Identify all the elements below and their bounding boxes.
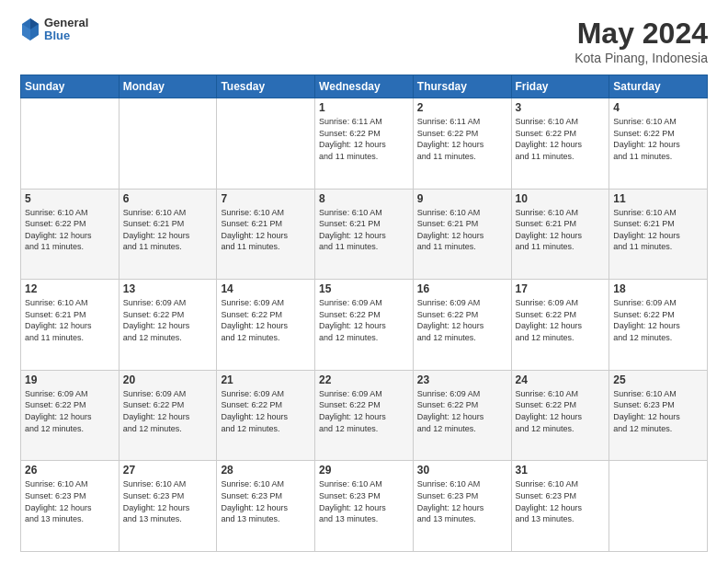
day-number: 2 (417, 101, 507, 114)
calendar-cell: 20Sunrise: 6:09 AM Sunset: 6:22 PM Dayli… (119, 370, 217, 461)
day-info: Sunrise: 6:10 AM Sunset: 6:23 PM Dayligh… (417, 478, 507, 524)
calendar-cell: 2Sunrise: 6:11 AM Sunset: 6:22 PM Daylig… (413, 98, 511, 190)
day-info: Sunrise: 6:09 AM Sunset: 6:22 PM Dayligh… (25, 388, 115, 434)
day-number: 4 (613, 101, 703, 114)
day-number: 7 (221, 192, 311, 205)
calendar-day-header: Sunday (21, 75, 119, 98)
calendar-cell: 4Sunrise: 6:10 AM Sunset: 6:22 PM Daylig… (609, 98, 708, 190)
day-info: Sunrise: 6:10 AM Sunset: 6:23 PM Dayligh… (319, 478, 409, 524)
calendar-header-row: SundayMondayTuesdayWednesdayThursdayFrid… (21, 75, 708, 98)
calendar-cell: 30Sunrise: 6:10 AM Sunset: 6:23 PM Dayli… (413, 461, 511, 552)
calendar-cell: 21Sunrise: 6:09 AM Sunset: 6:22 PM Dayli… (217, 370, 315, 461)
day-number: 12 (25, 282, 115, 295)
day-number: 28 (221, 464, 311, 477)
day-info: Sunrise: 6:10 AM Sunset: 6:21 PM Dayligh… (123, 207, 213, 253)
day-info: Sunrise: 6:10 AM Sunset: 6:23 PM Dayligh… (516, 478, 606, 524)
calendar-cell: 18Sunrise: 6:09 AM Sunset: 6:22 PM Dayli… (609, 280, 708, 371)
calendar-cell: 10Sunrise: 6:10 AM Sunset: 6:21 PM Dayli… (511, 189, 609, 280)
day-info: Sunrise: 6:09 AM Sunset: 6:22 PM Dayligh… (417, 388, 507, 434)
day-info: Sunrise: 6:09 AM Sunset: 6:22 PM Dayligh… (221, 297, 311, 343)
day-info: Sunrise: 6:10 AM Sunset: 6:22 PM Dayligh… (516, 388, 606, 434)
title-block: May 2024 Kota Pinang, Indonesia (574, 17, 708, 65)
day-number: 10 (516, 192, 606, 205)
day-number: 27 (123, 464, 213, 477)
day-number: 3 (516, 101, 606, 114)
logo-blue: Blue (44, 29, 88, 42)
calendar-cell: 27Sunrise: 6:10 AM Sunset: 6:23 PM Dayli… (119, 461, 217, 552)
day-number: 31 (516, 464, 606, 477)
calendar-cell: 23Sunrise: 6:09 AM Sunset: 6:22 PM Dayli… (413, 370, 511, 461)
day-info: Sunrise: 6:10 AM Sunset: 6:21 PM Dayligh… (516, 207, 606, 253)
logo: General Blue (20, 17, 88, 43)
calendar-cell (119, 98, 217, 190)
calendar-cell: 28Sunrise: 6:10 AM Sunset: 6:23 PM Dayli… (217, 461, 315, 552)
page: General Blue May 2024 Kota Pinang, Indon… (0, 0, 728, 563)
day-number: 24 (516, 373, 606, 386)
day-number: 5 (25, 192, 115, 205)
subtitle: Kota Pinang, Indonesia (574, 51, 708, 65)
calendar-cell (217, 98, 315, 190)
calendar-week-row: 1Sunrise: 6:11 AM Sunset: 6:22 PM Daylig… (21, 98, 708, 190)
calendar-cell: 24Sunrise: 6:10 AM Sunset: 6:22 PM Dayli… (511, 370, 609, 461)
day-number: 6 (123, 192, 213, 205)
main-title: May 2024 (574, 17, 708, 51)
day-info: Sunrise: 6:09 AM Sunset: 6:22 PM Dayligh… (123, 388, 213, 434)
logo-text: General Blue (44, 17, 88, 43)
day-info: Sunrise: 6:10 AM Sunset: 6:23 PM Dayligh… (25, 478, 115, 524)
day-info: Sunrise: 6:11 AM Sunset: 6:22 PM Dayligh… (417, 116, 507, 162)
calendar-day-header: Monday (119, 75, 217, 98)
calendar-cell: 14Sunrise: 6:09 AM Sunset: 6:22 PM Dayli… (217, 280, 315, 371)
day-info: Sunrise: 6:09 AM Sunset: 6:22 PM Dayligh… (417, 297, 507, 343)
day-info: Sunrise: 6:10 AM Sunset: 6:21 PM Dayligh… (613, 207, 703, 253)
day-number: 15 (319, 282, 409, 295)
calendar-cell: 7Sunrise: 6:10 AM Sunset: 6:21 PM Daylig… (217, 189, 315, 280)
day-number: 20 (123, 373, 213, 386)
calendar-cell: 11Sunrise: 6:10 AM Sunset: 6:21 PM Dayli… (609, 189, 708, 280)
day-info: Sunrise: 6:09 AM Sunset: 6:22 PM Dayligh… (221, 388, 311, 434)
day-info: Sunrise: 6:10 AM Sunset: 6:22 PM Dayligh… (516, 116, 606, 162)
calendar-week-row: 12Sunrise: 6:10 AM Sunset: 6:21 PM Dayli… (21, 280, 708, 371)
calendar-cell: 9Sunrise: 6:10 AM Sunset: 6:21 PM Daylig… (413, 189, 511, 280)
calendar-cell: 31Sunrise: 6:10 AM Sunset: 6:23 PM Dayli… (511, 461, 609, 552)
day-info: Sunrise: 6:10 AM Sunset: 6:21 PM Dayligh… (417, 207, 507, 253)
day-number: 22 (319, 373, 409, 386)
day-number: 8 (319, 192, 409, 205)
day-info: Sunrise: 6:09 AM Sunset: 6:22 PM Dayligh… (613, 297, 703, 343)
calendar-cell: 19Sunrise: 6:09 AM Sunset: 6:22 PM Dayli… (21, 370, 119, 461)
day-info: Sunrise: 6:10 AM Sunset: 6:21 PM Dayligh… (25, 297, 115, 343)
calendar-cell: 13Sunrise: 6:09 AM Sunset: 6:22 PM Dayli… (119, 280, 217, 371)
logo-general: General (44, 17, 88, 29)
day-number: 16 (417, 282, 507, 295)
calendar-cell (609, 461, 708, 552)
calendar-cell: 26Sunrise: 6:10 AM Sunset: 6:23 PM Dayli… (21, 461, 119, 552)
calendar-day-header: Tuesday (217, 75, 315, 98)
day-number: 19 (25, 373, 115, 386)
day-number: 29 (319, 464, 409, 477)
day-number: 11 (613, 192, 703, 205)
calendar-day-header: Saturday (609, 75, 708, 98)
calendar-week-row: 5Sunrise: 6:10 AM Sunset: 6:22 PM Daylig… (21, 189, 708, 280)
calendar-cell: 16Sunrise: 6:09 AM Sunset: 6:22 PM Dayli… (413, 280, 511, 371)
day-info: Sunrise: 6:11 AM Sunset: 6:22 PM Dayligh… (319, 116, 409, 162)
calendar-week-row: 26Sunrise: 6:10 AM Sunset: 6:23 PM Dayli… (21, 461, 708, 552)
calendar-cell: 6Sunrise: 6:10 AM Sunset: 6:21 PM Daylig… (119, 189, 217, 280)
day-number: 14 (221, 282, 311, 295)
calendar-cell (21, 98, 119, 190)
day-info: Sunrise: 6:10 AM Sunset: 6:22 PM Dayligh… (25, 207, 115, 253)
day-number: 17 (516, 282, 606, 295)
calendar-cell: 1Sunrise: 6:11 AM Sunset: 6:22 PM Daylig… (315, 98, 414, 190)
day-number: 9 (417, 192, 507, 205)
calendar-cell: 12Sunrise: 6:10 AM Sunset: 6:21 PM Dayli… (21, 280, 119, 371)
day-number: 13 (123, 282, 213, 295)
calendar-cell: 17Sunrise: 6:09 AM Sunset: 6:22 PM Dayli… (511, 280, 609, 371)
logo-icon (20, 17, 40, 42)
day-number: 21 (221, 373, 311, 386)
header: General Blue May 2024 Kota Pinang, Indon… (20, 17, 708, 65)
day-info: Sunrise: 6:10 AM Sunset: 6:21 PM Dayligh… (221, 207, 311, 253)
calendar-cell: 15Sunrise: 6:09 AM Sunset: 6:22 PM Dayli… (315, 280, 414, 371)
calendar-week-row: 19Sunrise: 6:09 AM Sunset: 6:22 PM Dayli… (21, 370, 708, 461)
calendar-cell: 22Sunrise: 6:09 AM Sunset: 6:22 PM Dayli… (315, 370, 414, 461)
day-info: Sunrise: 6:10 AM Sunset: 6:21 PM Dayligh… (319, 207, 409, 253)
day-number: 26 (25, 464, 115, 477)
day-info: Sunrise: 6:09 AM Sunset: 6:22 PM Dayligh… (319, 388, 409, 434)
